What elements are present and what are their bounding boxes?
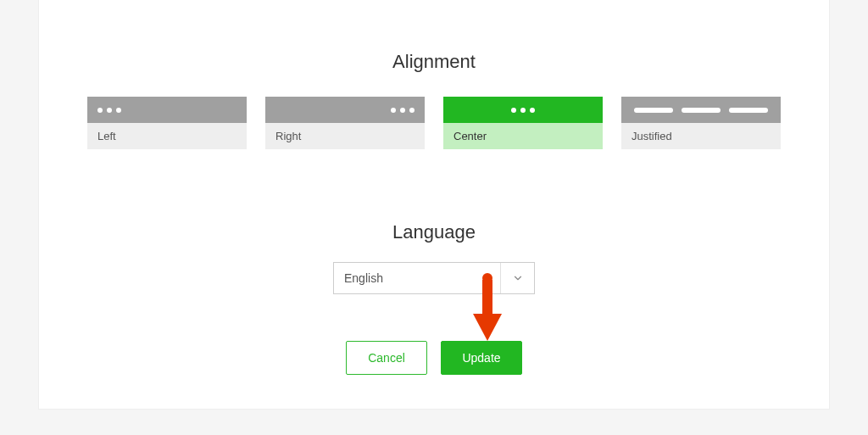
bar-icon xyxy=(682,108,721,113)
language-select-value: English xyxy=(334,263,500,293)
alignment-option-label: Center xyxy=(443,123,603,149)
alignment-option-label: Left xyxy=(87,123,247,149)
alignment-option-label: Right xyxy=(265,123,425,149)
alignment-option-label: Justified xyxy=(621,123,781,149)
language-section-title: Language xyxy=(39,221,829,243)
dots-icon xyxy=(511,108,535,113)
alignment-section-title: Alignment xyxy=(39,51,829,73)
dots-icon xyxy=(97,108,121,113)
settings-panel: Alignment Left Right xyxy=(38,0,830,410)
alignment-option-justified[interactable]: Justified xyxy=(621,97,781,149)
alignment-options-row: Left Right Center Just xyxy=(39,97,829,149)
alignment-preview-center xyxy=(443,97,603,123)
bar-icon xyxy=(729,108,768,113)
update-button[interactable]: Update xyxy=(441,341,522,375)
action-buttons-row: Cancel Update xyxy=(39,341,829,375)
alignment-option-left[interactable]: Left xyxy=(87,97,247,149)
dots-icon xyxy=(391,108,415,113)
alignment-preview-right xyxy=(265,97,425,123)
alignment-option-center[interactable]: Center xyxy=(443,97,603,149)
language-select-wrap: English xyxy=(39,262,829,294)
cancel-button[interactable]: Cancel xyxy=(346,341,427,375)
language-select[interactable]: English xyxy=(333,262,535,294)
chevron-down-icon xyxy=(500,263,534,293)
alignment-preview-left xyxy=(87,97,247,123)
language-section: Language English xyxy=(39,221,829,294)
alignment-option-right[interactable]: Right xyxy=(265,97,425,149)
bar-icon xyxy=(634,108,673,113)
alignment-preview-justified xyxy=(621,97,781,123)
